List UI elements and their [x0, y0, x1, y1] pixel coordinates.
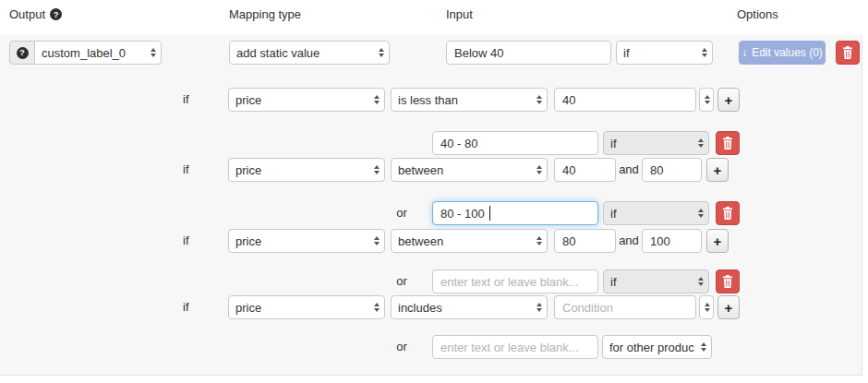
output-field-select-control[interactable]: custom_label_0 [34, 41, 162, 65]
mapping-editor: Output ? Mapping type Input Options ? cu… [0, 0, 868, 383]
condition-operator-select[interactable]: is less than [391, 88, 548, 112]
condition-value-input-wrap [554, 88, 696, 112]
text-caret [489, 206, 490, 221]
column-header-input: Input [446, 7, 473, 21]
condition-value2-input-wrap [642, 158, 702, 182]
trash-icon [722, 137, 733, 150]
value-input-wrap [432, 335, 598, 359]
condition-value-input[interactable] [554, 229, 616, 253]
help-icon: ? [17, 47, 29, 59]
or-label: or [391, 201, 413, 225]
fallback-connector-select-control[interactable]: for other products [602, 335, 712, 359]
condition-field-select-control[interactable]: price [228, 158, 385, 182]
condition-field-select-control[interactable]: price [228, 229, 385, 253]
static-value-input[interactable] [446, 41, 611, 65]
help-icon[interactable]: ? [50, 8, 62, 20]
condition-operator-select-control[interactable]: is less than [391, 88, 548, 112]
condition-field-select[interactable]: price [228, 229, 385, 253]
if-label: if [183, 295, 189, 319]
and-label: and [618, 158, 640, 182]
condition-modifier-select[interactable] [699, 295, 714, 319]
condition-value2-input[interactable] [642, 229, 702, 253]
condition-field-select-control[interactable]: price [228, 88, 385, 112]
edit-values-label: Edit values (0) [752, 46, 823, 59]
column-header-output: Output ? [9, 7, 62, 21]
and-label: and [618, 229, 640, 253]
static-value-input-wrap [446, 41, 611, 65]
edit-values-button[interactable]: ↓ Edit values (0) [739, 41, 826, 65]
output-help-addon[interactable]: ? [9, 41, 35, 65]
condition-value-input[interactable] [554, 88, 696, 112]
condition-modifier-select-control[interactable] [699, 295, 714, 319]
trash-icon [722, 207, 733, 220]
if-label: if [183, 229, 189, 253]
if-label: if [183, 158, 189, 182]
delete-statement-button[interactable] [836, 41, 860, 65]
options-header-label: Options [737, 7, 778, 21]
add-condition-button[interactable]: + [717, 295, 740, 319]
condition-value2-input-wrap [642, 229, 702, 253]
condition-modifier-select[interactable] [699, 88, 714, 112]
condition-value2-input[interactable] [642, 158, 702, 182]
connector-select[interactable]: if [603, 269, 709, 293]
column-header-mapping-type: Mapping type [229, 7, 301, 21]
trash-icon [722, 275, 733, 288]
condition-operator-select-control[interactable]: includes [391, 295, 548, 319]
output-field-select[interactable]: custom_label_0 [34, 41, 162, 65]
connector-select[interactable]: if [616, 41, 713, 65]
down-arrow-icon: ↓ [741, 46, 747, 59]
value-input[interactable] [432, 335, 598, 359]
condition-operator-select-control[interactable]: between [391, 158, 548, 182]
column-header-options: Options [737, 7, 778, 21]
connector-select-control[interactable]: if [603, 201, 709, 225]
value-input[interactable] [432, 269, 598, 293]
trash-icon [842, 46, 853, 59]
if-label: if [183, 88, 189, 112]
value-input-wrap [432, 269, 598, 293]
add-condition-button[interactable]: + [706, 229, 729, 253]
fallback-connector-select[interactable]: for other products [602, 335, 712, 359]
condition-value-input[interactable] [554, 158, 616, 182]
input-header-label: Input [446, 7, 473, 21]
delete-value-button[interactable] [716, 131, 740, 155]
mapping-type-select[interactable]: add static value [229, 41, 390, 65]
condition-operator-select[interactable]: between [391, 158, 548, 182]
condition-operator-select-control[interactable]: between [391, 229, 548, 253]
or-label: or [391, 335, 413, 359]
connector-select-control[interactable]: if [603, 131, 709, 155]
connector-select-control[interactable]: if [603, 269, 709, 293]
condition-value-input-wrap [554, 295, 696, 319]
condition-field-select-control[interactable]: price [228, 295, 385, 319]
mapping-type-header-label: Mapping type [229, 7, 301, 21]
add-condition-button[interactable]: + [717, 88, 740, 112]
condition-value-input-wrap [554, 158, 616, 182]
condition-operator-select[interactable]: between [391, 229, 548, 253]
output-header-label: Output [9, 7, 45, 21]
connector-select-control[interactable]: if [616, 41, 713, 65]
delete-value-button[interactable] [716, 201, 740, 225]
condition-field-select[interactable]: price [228, 158, 385, 182]
delete-value-button[interactable] [716, 269, 740, 293]
condition-value-input[interactable] [554, 295, 696, 319]
value-input-wrap [432, 201, 598, 225]
condition-modifier-select-control[interactable] [699, 88, 714, 112]
condition-field-select[interactable]: price [228, 295, 385, 319]
value-input[interactable] [432, 131, 598, 155]
value-input-wrap [432, 131, 598, 155]
connector-select[interactable]: if [603, 131, 709, 155]
add-condition-button[interactable]: + [706, 158, 729, 182]
value-input-focused[interactable] [432, 201, 598, 225]
or-label: or [391, 269, 413, 293]
connector-select[interactable]: if [603, 201, 709, 225]
mapping-type-select-control[interactable]: add static value [229, 41, 390, 65]
condition-field-select[interactable]: price [228, 88, 385, 112]
condition-operator-select[interactable]: includes [391, 295, 548, 319]
condition-value-input-wrap [554, 229, 616, 253]
